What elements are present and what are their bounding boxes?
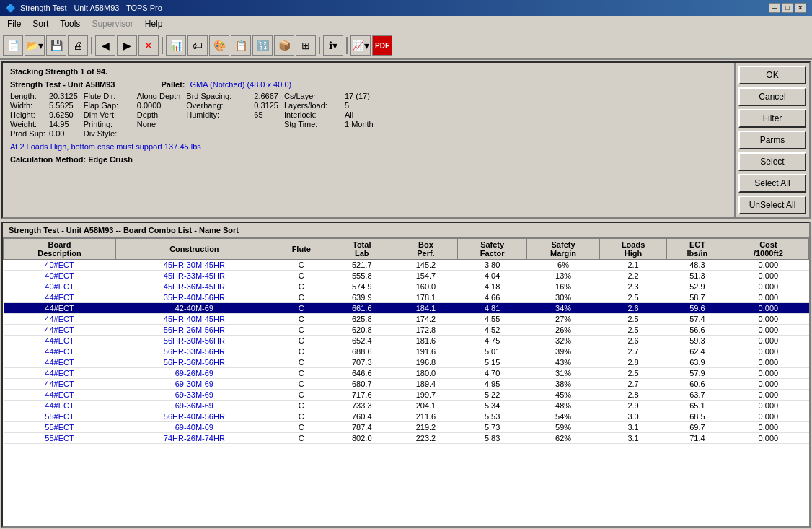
upper-left: Stacking Strength 1 of 94. Strength Test…: [3, 63, 734, 217]
pdf-button[interactable]: PDF: [372, 35, 392, 56]
cslayer-label: Cs/Layer:: [284, 92, 342, 100]
table-row[interactable]: 44#ECT56HR-30M-56HRC652.4181.64.7532%2.6…: [4, 336, 809, 346]
grid-button[interactable]: ⊞: [296, 35, 316, 56]
toolbar-sep-3: [319, 37, 320, 54]
table-row[interactable]: 40#ECT45HR-36M-45HRC574.9160.04.1816%2.3…: [4, 281, 809, 292]
menu-bar: File Sort Tools Supervisor Help: [0, 16, 812, 32]
table-row[interactable]: 44#ECT56HR-33M-56HRC688.6191.65.0139%2.7…: [4, 346, 809, 357]
table-row[interactable]: 55#ECT69-40M-69C787.4219.25.7359%3.169.7…: [4, 422, 809, 433]
printing-value: None: [137, 120, 156, 128]
printing-row: Printing: None: [84, 120, 181, 128]
col-construction: Construction: [116, 239, 273, 260]
weight-value: 14.95: [49, 120, 69, 128]
dimvert-label: Dim Vert:: [84, 110, 134, 119]
open-dropdown-button[interactable]: 📂▾: [25, 35, 45, 56]
table-scroll-area[interactable]: BoardDescription Construction Flute Tota…: [3, 238, 809, 526]
unselect-all-button[interactable]: UnSelect All: [738, 196, 806, 214]
flutedir-label: Flute Dir:: [84, 92, 134, 100]
select-all-button[interactable]: Select All: [738, 174, 806, 193]
table-row[interactable]: 55#ECT74HR-26M-74HRC802.0223.25.8362%3.1…: [4, 433, 809, 444]
select-button[interactable]: Select: [738, 152, 806, 171]
app-icon: 🔷: [6, 4, 16, 13]
table-row[interactable]: 55#ECT56HR-40M-56HRC760.4211.65.5354%3.0…: [4, 411, 809, 422]
length-value: 20.3125: [49, 92, 78, 100]
new-button[interactable]: 📄: [3, 35, 23, 56]
dimvert-value: Depth: [137, 110, 158, 119]
color-button[interactable]: 🎨: [209, 35, 229, 56]
upper-area: Stacking Strength 1 of 94. Strength Test…: [1, 61, 811, 219]
height-label: Height:: [10, 110, 46, 119]
prodsup-value: 0.00: [49, 129, 64, 138]
brdspacing-value: 2.6667: [254, 92, 278, 100]
length-row: Length: 20.3125: [10, 92, 78, 100]
save-button[interactable]: 💾: [46, 35, 66, 56]
header-info: Strength Test - Unit A58M93 Pallet: GMA …: [10, 80, 727, 89]
col-safety-factor: SafetyFactor: [458, 239, 527, 260]
parms-button[interactable]: Parms: [738, 131, 806, 149]
strength-test-title: Strength Test - Unit A58M93: [10, 80, 115, 89]
menu-tools[interactable]: Tools: [56, 17, 84, 30]
table-row[interactable]: 44#ECT35HR-40M-56HRC639.9178.14.6630%2.5…: [4, 292, 809, 303]
brdspacing-label: Brd Spacing:: [186, 92, 251, 100]
action-buttons: OK Cancel Filter Parms Select Select All…: [734, 63, 809, 217]
flapgap-value: 0.0000: [137, 101, 162, 110]
humidity-value: 65: [254, 110, 262, 119]
divstyle-label: Div Style:: [84, 129, 134, 138]
back-button[interactable]: ◀: [95, 35, 115, 56]
col-box-perf: BoxPerf.: [394, 239, 458, 260]
prodsup-row: Prod Sup: 0.00: [10, 129, 78, 138]
minimize-button[interactable]: ─: [769, 3, 780, 13]
table-row[interactable]: 44#ECT69-36M-69C733.3204.15.3448%2.965.1…: [4, 401, 809, 411]
board-combo-table: BoardDescription Construction Flute Tota…: [3, 238, 809, 444]
table-body: 40#ECT45HR-30M-45HRC521.7145.23.806%2.14…: [4, 260, 809, 444]
filter-button[interactable]: Filter: [738, 109, 806, 128]
interlock-label: Interlock:: [284, 110, 342, 119]
ok-button[interactable]: OK: [738, 66, 806, 84]
table-row[interactable]: 40#ECT45HR-30M-45HRC521.7145.23.806%2.14…: [4, 260, 809, 271]
layersload-label: Layers/load:: [284, 101, 342, 110]
stgtime-row: Stg Time: 1 Month: [284, 120, 374, 128]
cancel-button[interactable]: Cancel: [738, 87, 806, 106]
col-safety-margin: SafetyMargin: [526, 239, 599, 260]
table-row[interactable]: 40#ECT45HR-33M-45HRC555.8154.74.0413%2.2…: [4, 271, 809, 281]
flutedir-value: Along Depth: [137, 92, 181, 100]
interlock-row: Interlock: All: [284, 110, 374, 119]
maximize-button[interactable]: □: [782, 3, 793, 13]
chart-button[interactable]: 📈▾: [350, 35, 371, 56]
panel-title: Stacking Strength 1 of 94.: [10, 67, 727, 76]
view-button[interactable]: 📋: [231, 35, 251, 56]
print-button[interactable]: 🖨: [68, 35, 88, 56]
col-flute: Flute: [273, 239, 330, 260]
table-row[interactable]: 44#ECT45HR-40M-45HRC625.8174.24.5527%2.5…: [4, 314, 809, 325]
interlock-value: All: [345, 110, 353, 119]
menu-supervisor: Supervisor: [87, 17, 137, 30]
table-row[interactable]: 44#ECT56HR-26M-56HRC620.8172.84.5226%2.5…: [4, 325, 809, 336]
menu-file[interactable]: File: [3, 17, 25, 30]
col-total-lab: TotalLab: [330, 239, 394, 260]
table-row[interactable]: 44#ECT56HR-36M-56HRC707.3196.85.1543%2.8…: [4, 357, 809, 368]
info-button[interactable]: ℹ▾: [323, 35, 343, 56]
tool1-button[interactable]: 📊: [166, 35, 186, 56]
pallet-name: GMA (Notched) (48.0 x 40.0): [190, 80, 292, 89]
menu-sort[interactable]: Sort: [28, 17, 53, 30]
table-row[interactable]: 44#ECT69-30M-69C680.7189.44.9538%2.760.6…: [4, 379, 809, 390]
dimvert-row: Dim Vert: Depth: [84, 110, 181, 119]
toolbar-sep-4: [346, 37, 348, 54]
weight-label: Weight:: [10, 120, 46, 128]
window-title: Strength Test - Unit A58M93 - TOPS Pro: [20, 4, 162, 12]
tool2-button[interactable]: 🏷: [187, 35, 208, 56]
title-bar-left: 🔷 Strength Test - Unit A58M93 - TOPS Pro: [6, 4, 162, 13]
calc-button[interactable]: 🔢: [252, 35, 273, 56]
close-button[interactable]: ✕: [795, 3, 806, 13]
lower-title: Strength Test - Unit A58M93 -- Board Com…: [3, 223, 809, 238]
table-row[interactable]: 44#ECT69-33M-69C717.6199.75.2245%2.863.7…: [4, 390, 809, 401]
pkg-button[interactable]: 📦: [274, 35, 294, 56]
stop-button[interactable]: ✕: [138, 35, 159, 56]
table-row[interactable]: 44#ECT42-40M-69C661.6184.14.8134%2.659.6…: [4, 303, 809, 314]
menu-help[interactable]: Help: [141, 17, 167, 30]
content-area: Stacking Strength 1 of 94. Strength Test…: [0, 60, 812, 529]
table-row[interactable]: 44#ECT69-26M-69C646.6180.04.7031%2.557.9…: [4, 368, 809, 379]
forward-button[interactable]: ▶: [117, 35, 137, 56]
width-row: Width: 5.5625: [10, 101, 78, 110]
layersload-value: 5: [345, 101, 349, 110]
